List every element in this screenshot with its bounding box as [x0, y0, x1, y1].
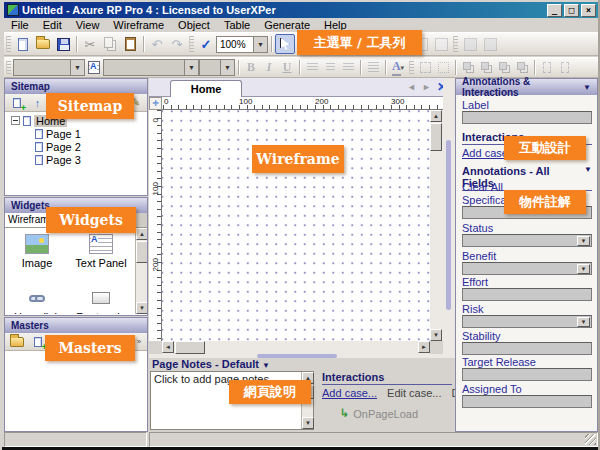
- move-up-icon[interactable]: ↑: [30, 95, 45, 110]
- add-master-icon[interactable]: [30, 334, 45, 349]
- chevron-down-icon[interactable]: ▼: [577, 236, 590, 246]
- chevron-down-icon[interactable]: ▼: [584, 165, 592, 189]
- undo-button[interactable]: ↶: [147, 34, 167, 54]
- title-bar[interactable]: Untitled - Axure RP Pro 4 : Licensed to …: [4, 2, 598, 18]
- font-size-combobox[interactable]: ▼: [199, 59, 235, 76]
- menu-edit[interactable]: Edit: [36, 18, 69, 32]
- chevron-down-icon[interactable]: ▼: [583, 83, 591, 92]
- collapse-icon[interactable]: [11, 116, 20, 125]
- ungroup-button[interactable]: [434, 59, 452, 76]
- masters-list[interactable]: [5, 351, 147, 430]
- style-combobox[interactable]: ▼: [13, 59, 85, 76]
- line-spacing-button[interactable]: [364, 59, 382, 76]
- effort-input[interactable]: [462, 288, 592, 301]
- canvas-horizontal-scrollbar[interactable]: ◄ ►: [162, 341, 430, 354]
- scroll-right-icon[interactable]: ►: [418, 341, 430, 353]
- scroll-up-icon[interactable]: ▲: [430, 110, 442, 122]
- open-button[interactable]: [33, 34, 53, 54]
- annotations-panel-header[interactable]: Annotations & Interactions▼: [456, 79, 597, 95]
- align-center-button[interactable]: [321, 59, 339, 76]
- open-master-icon[interactable]: [9, 334, 24, 349]
- send-backward-button[interactable]: [513, 59, 531, 76]
- tab-prev-icon[interactable]: ◄: [407, 82, 416, 92]
- bold-button[interactable]: B: [242, 59, 260, 76]
- font-combobox[interactable]: ▼: [103, 59, 199, 76]
- label-input[interactable]: [462, 111, 592, 124]
- scrollbar-thumb[interactable]: [136, 241, 147, 263]
- style-editor-button[interactable]: [85, 59, 103, 76]
- widget-text-panel[interactable]: Text Panel: [73, 234, 129, 269]
- toolbar-grip[interactable]: [189, 36, 194, 51]
- font-color-button[interactable]: A▾: [389, 59, 407, 76]
- tab-home[interactable]: Home: [170, 80, 242, 97]
- bring-front-button[interactable]: [459, 59, 477, 76]
- page-notes-header[interactable]: Page Notes - Default ▼: [152, 358, 270, 370]
- minimize-button[interactable]: _: [547, 4, 562, 17]
- tab-next-icon[interactable]: ►: [422, 82, 431, 92]
- widget-hyperlink[interactable]: Hyperlink: [9, 288, 65, 314]
- tree-node-page3[interactable]: Page 3: [35, 153, 147, 166]
- scroll-down-icon[interactable]: ▼: [302, 417, 314, 429]
- distribute-v-button[interactable]: [480, 34, 500, 54]
- tree-node-page2[interactable]: Page 2: [35, 140, 147, 153]
- rotate-right-button[interactable]: [556, 59, 574, 76]
- widget-image[interactable]: Image: [9, 234, 65, 269]
- menu-table[interactable]: Table: [217, 18, 257, 32]
- rotate-left-button[interactable]: [538, 59, 556, 76]
- align-right-button[interactable]: [339, 59, 357, 76]
- assigned-to-input[interactable]: [462, 395, 592, 408]
- menu-file[interactable]: File: [4, 18, 36, 32]
- distribute-h-button[interactable]: [460, 34, 480, 54]
- new-button[interactable]: [13, 34, 33, 54]
- send-back-button[interactable]: [477, 59, 495, 76]
- scroll-down-icon[interactable]: ▼: [136, 302, 147, 314]
- resize-grip[interactable]: [585, 434, 596, 445]
- toolbar-overflow-icon[interactable]: »: [135, 334, 143, 349]
- chevron-down-icon[interactable]: ▼: [577, 264, 590, 274]
- menu-view[interactable]: View: [69, 18, 107, 32]
- toolbar-grip[interactable]: [453, 36, 458, 51]
- scroll-up-icon[interactable]: ▲: [136, 228, 147, 240]
- widgets-scrollbar[interactable]: ▲ ▼: [135, 228, 147, 314]
- redo-button[interactable]: ↷: [167, 34, 187, 54]
- chevron-down-icon[interactable]: ▼: [577, 317, 590, 327]
- toolbar-grip[interactable]: [409, 61, 414, 74]
- underline-button[interactable]: U: [278, 59, 296, 76]
- group-button[interactable]: [416, 59, 434, 76]
- menu-wireframe[interactable]: Wireframe: [106, 18, 171, 32]
- scroll-down-icon[interactable]: ▼: [430, 329, 442, 341]
- add-page-icon[interactable]: [9, 95, 24, 110]
- widget-rectangle[interactable]: Rectangle: [73, 288, 129, 314]
- edit-case-link[interactable]: Edit case...: [387, 387, 441, 399]
- zoom-combobox[interactable]: 100% ▼: [216, 36, 268, 53]
- vertical-splitter[interactable]: [443, 78, 455, 354]
- target-release-input[interactable]: [462, 368, 592, 381]
- cut-button[interactable]: ✂: [80, 34, 100, 54]
- onpageload-event[interactable]: ↳ OnPageLoad: [340, 407, 455, 420]
- canvas-vertical-scrollbar[interactable]: ▲ ▼: [430, 110, 443, 341]
- align-left-button[interactable]: [303, 59, 321, 76]
- bring-forward-button[interactable]: [495, 59, 513, 76]
- status-select[interactable]: ▼: [462, 234, 592, 247]
- scroll-left-icon[interactable]: ◄: [162, 341, 174, 353]
- scrollbar-thumb[interactable]: [430, 123, 442, 151]
- stability-input[interactable]: [462, 342, 592, 355]
- paste-button[interactable]: [120, 34, 140, 54]
- add-case-link[interactable]: Add case...: [322, 387, 377, 399]
- clear-all-link[interactable]: Clear All: [462, 181, 503, 193]
- pointer-tool-button[interactable]: [275, 34, 295, 54]
- copy-button[interactable]: [100, 34, 120, 54]
- scrollbar-thumb[interactable]: [175, 341, 205, 354]
- toolbar-grip[interactable]: [6, 36, 11, 51]
- risk-select[interactable]: ▼: [462, 315, 592, 328]
- benefit-select[interactable]: ▼: [462, 262, 592, 275]
- spellcheck-button[interactable]: ✓: [196, 34, 216, 54]
- menu-object[interactable]: Object: [171, 18, 217, 32]
- zoom-dropdown-arrow[interactable]: ▼: [253, 37, 267, 52]
- tree-node-page1[interactable]: Page 1: [35, 127, 147, 140]
- save-button[interactable]: [53, 34, 73, 54]
- italic-button[interactable]: I: [260, 59, 278, 76]
- toolbar-grip[interactable]: [6, 61, 11, 74]
- chevron-down-icon[interactable]: ▼: [262, 361, 270, 370]
- maximize-button[interactable]: □: [564, 4, 579, 17]
